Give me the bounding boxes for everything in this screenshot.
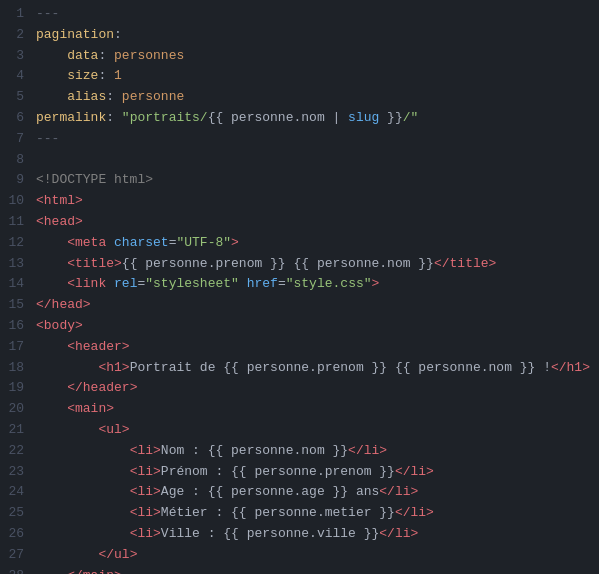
line-content: <main> [36,399,599,420]
line-content: </main> [36,566,599,574]
line-content: <li>Nom : {{ personne.nom }}</li> [36,441,599,462]
code-line: 1--- [0,4,599,25]
code-line: 18 <h1>Portrait de {{ personne.prenom }}… [0,358,599,379]
line-number: 20 [0,399,36,420]
line-content: alias: personne [36,87,599,108]
line-number: 17 [0,337,36,358]
code-line: 3 data: personnes [0,46,599,67]
line-content: <head> [36,212,599,233]
code-line: 2pagination: [0,25,599,46]
code-line: 28 </main> [0,566,599,574]
line-number: 7 [0,129,36,150]
code-line: 26 <li>Ville : {{ personne.ville }}</li> [0,524,599,545]
code-line: 8 [0,150,599,171]
line-number: 11 [0,212,36,233]
line-number: 9 [0,170,36,191]
line-number: 6 [0,108,36,129]
code-line: 22 <li>Nom : {{ personne.nom }}</li> [0,441,599,462]
code-line: 27 </ul> [0,545,599,566]
line-number: 3 [0,46,36,67]
code-editor: 1---2pagination:3 data: personnes4 size:… [0,0,599,574]
line-content: --- [36,129,599,150]
line-number: 8 [0,150,36,171]
line-content: </ul> [36,545,599,566]
line-content: --- [36,4,599,25]
code-line: 19 </header> [0,378,599,399]
line-content: <body> [36,316,599,337]
line-content: size: 1 [36,66,599,87]
line-content: <li>Métier : {{ personne.metier }}</li> [36,503,599,524]
line-content: <li>Age : {{ personne.age }} ans</li> [36,482,599,503]
code-line: 5 alias: personne [0,87,599,108]
line-content: </header> [36,378,599,399]
line-number: 27 [0,545,36,566]
line-content: <title>{{ personne.prenom }} {{ personne… [36,254,599,275]
line-content: <header> [36,337,599,358]
code-line: 23 <li>Prénom : {{ personne.prenom }}</l… [0,462,599,483]
code-line: 11<head> [0,212,599,233]
code-line: 12 <meta charset="UTF-8"> [0,233,599,254]
line-content: pagination: [36,25,599,46]
code-line: 4 size: 1 [0,66,599,87]
line-content: </head> [36,295,599,316]
line-number: 18 [0,358,36,379]
line-number: 2 [0,25,36,46]
code-line: 15</head> [0,295,599,316]
line-number: 10 [0,191,36,212]
line-number: 15 [0,295,36,316]
code-line: 24 <li>Age : {{ personne.age }} ans</li> [0,482,599,503]
line-number: 19 [0,378,36,399]
code-line: 9<!DOCTYPE html> [0,170,599,191]
line-number: 1 [0,4,36,25]
line-number: 22 [0,441,36,462]
line-number: 12 [0,233,36,254]
line-number: 5 [0,87,36,108]
line-number: 23 [0,462,36,483]
line-number: 14 [0,274,36,295]
line-content: permalink: "portraits/{{ personne.nom | … [36,108,599,129]
line-number: 13 [0,254,36,275]
code-line: 25 <li>Métier : {{ personne.metier }}</l… [0,503,599,524]
line-number: 16 [0,316,36,337]
line-number: 26 [0,524,36,545]
line-content: <li>Ville : {{ personne.ville }}</li> [36,524,599,545]
line-number: 25 [0,503,36,524]
line-number: 21 [0,420,36,441]
line-number: 4 [0,66,36,87]
line-content: <!DOCTYPE html> [36,170,599,191]
line-content: <li>Prénom : {{ personne.prenom }}</li> [36,462,599,483]
code-line: 14 <link rel="stylesheet" href="style.cs… [0,274,599,295]
line-content: data: personnes [36,46,599,67]
line-content: <link rel="stylesheet" href="style.css"> [36,274,599,295]
line-number: 28 [0,566,36,574]
line-number: 24 [0,482,36,503]
code-line: 16<body> [0,316,599,337]
code-line: 21 <ul> [0,420,599,441]
line-content: <h1>Portrait de {{ personne.prenom }} {{… [36,358,599,379]
code-line: 7--- [0,129,599,150]
code-line: 13 <title>{{ personne.prenom }} {{ perso… [0,254,599,275]
line-content [36,150,599,171]
code-line: 17 <header> [0,337,599,358]
code-line: 20 <main> [0,399,599,420]
code-line: 10<html> [0,191,599,212]
line-content: <html> [36,191,599,212]
code-line: 6permalink: "portraits/{{ personne.nom |… [0,108,599,129]
line-content: <meta charset="UTF-8"> [36,233,599,254]
line-content: <ul> [36,420,599,441]
